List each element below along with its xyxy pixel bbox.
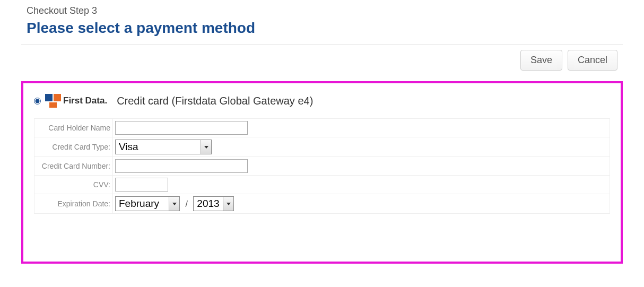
card-holder-input[interactable]: [115, 121, 248, 135]
card-type-value: Visa: [116, 140, 201, 154]
expiration-month-select[interactable]: February: [115, 196, 180, 211]
step-label: Checkout Step 3: [27, 5, 623, 16]
firstdata-logo: First Data.: [45, 94, 107, 108]
payment-option-row: First Data. Credit card (Firstdata Globa…: [34, 94, 610, 108]
expiration-month-value: February: [116, 197, 169, 211]
payment-form: Card Holder Name Credit Card Type: Visa …: [34, 118, 610, 214]
firstdata-logo-text: First Data.: [63, 95, 107, 106]
chevron-down-icon: [201, 140, 211, 154]
expiration-separator: /: [185, 199, 187, 208]
card-type-label: Credit Card Type:: [34, 137, 113, 157]
chevron-down-icon: [223, 197, 233, 211]
cvv-label: CVV:: [34, 176, 113, 194]
expiration-year-value: 2013: [194, 197, 223, 211]
cancel-button[interactable]: Cancel: [568, 50, 617, 71]
payment-option-label: Credit card (Firstdata Global Gateway e4…: [117, 95, 313, 107]
cvv-input[interactable]: [115, 178, 168, 192]
expiration-year-select[interactable]: 2013: [193, 196, 234, 211]
page-title: Please select a payment method: [27, 20, 623, 44]
card-type-select[interactable]: Visa: [115, 140, 212, 154]
card-number-input[interactable]: [115, 159, 248, 173]
payment-radio-firstdata[interactable]: [34, 98, 41, 105]
payment-method-panel: First Data. Credit card (Firstdata Globa…: [21, 81, 623, 264]
firstdata-logo-icon: [45, 94, 61, 108]
save-button[interactable]: Save: [520, 50, 562, 71]
chevron-down-icon: [169, 197, 179, 211]
action-row: Save Cancel: [21, 50, 623, 71]
divider: [21, 44, 623, 45]
card-holder-label: Card Holder Name: [34, 119, 113, 137]
card-number-label: Credit Card Number:: [34, 157, 113, 176]
expiration-label: Expiration Date:: [34, 194, 113, 214]
